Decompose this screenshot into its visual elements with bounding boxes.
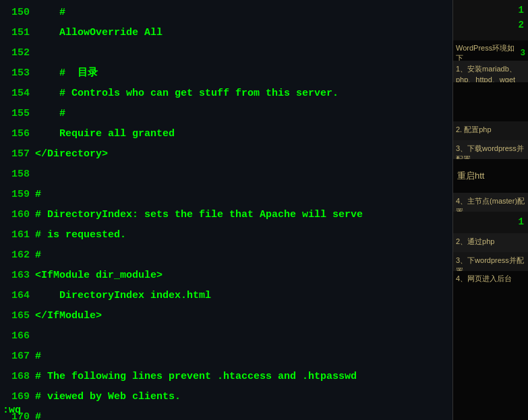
- line-content: #: [35, 185, 41, 205]
- sidebar-panel-11: 3、下wordpress并配置: [452, 252, 528, 271]
- line-content: #: [35, 104, 65, 124]
- line-165: 165 </IfModule>: [0, 306, 452, 326]
- line-163: 163 <IfModule dir_module>: [0, 266, 452, 286]
- restart-httpd-text: 重启htt: [457, 170, 484, 182]
- master-config-text: 4、主节点(master)配置: [456, 197, 525, 212]
- line-content: <IfModule dir_module>: [35, 266, 163, 286]
- line-content: # 目录: [35, 63, 98, 84]
- sidebar-panel-10: 2、通过php: [452, 233, 528, 252]
- line-152: 152: [0, 43, 452, 63]
- line-number: 160: [0, 205, 35, 225]
- config-php-text: 2. 配置php: [456, 125, 492, 133]
- line-number: 164: [0, 286, 35, 306]
- line-number: 161: [0, 225, 35, 245]
- editor-container: 150 # 151 AllowOverride All 152 153 # 目录…: [0, 0, 528, 420]
- panel-numbers-2: 1: [453, 212, 528, 232]
- admin-panel-text: 4、网页进入后台: [456, 274, 512, 284]
- line-content: #: [35, 347, 41, 367]
- sidebar-num-1: 1: [519, 3, 524, 18]
- sidebar-num-3: 3: [521, 49, 525, 58]
- code-area: 150 # 151 AllowOverride All 152 153 # 目录…: [0, 0, 452, 420]
- line-166: 166: [0, 326, 452, 347]
- line-156: 156 Require all granted: [0, 124, 452, 144]
- panel-numbers-1: 1 2: [453, 0, 528, 36]
- line-number: 154: [0, 84, 35, 104]
- line-number: 166: [0, 326, 35, 347]
- line-161: 161 # is requested.: [0, 225, 452, 245]
- download-wordpress-2-text: 3、下wordpress并配置: [456, 256, 524, 271]
- line-154: 154 # Controls who can get stuff from th…: [0, 84, 452, 104]
- sidebar-panel-9: 1: [452, 212, 528, 233]
- sidebar-panel-4: [452, 82, 528, 121]
- line-number: 151: [0, 23, 35, 43]
- line-content: </IfModule>: [35, 306, 102, 326]
- sidebar-panel-8: 4、主节点(master)配置: [452, 193, 528, 212]
- line-number: 159: [0, 185, 35, 205]
- line-content: # Controls who can get stuff from this s…: [35, 84, 339, 104]
- line-158: 158: [0, 164, 452, 185]
- line-number: 165: [0, 306, 35, 326]
- line-content: </Directory>: [35, 144, 108, 164]
- install-list-text: 1、安装mariadb、php、httpd、wget: [456, 65, 517, 82]
- line-content: #: [35, 245, 41, 266]
- line-number: 150: [0, 3, 35, 23]
- line-167: 167 #: [0, 347, 452, 367]
- line-number: 167: [0, 347, 35, 367]
- sidebar-num-2: 2: [519, 18, 524, 32]
- php-config-2-text: 2、通过php: [456, 237, 494, 245]
- line-content: # The following lines prevent .htaccess …: [35, 367, 357, 387]
- line-number: 157: [0, 144, 35, 164]
- line-content: # DirectoryIndex: sets the file that Apa…: [35, 205, 363, 225]
- line-168: 168 # The following lines prevent .htacc…: [0, 367, 452, 387]
- line-153: 153 # 目录: [0, 63, 452, 84]
- sidebar-panel-2: WordPress环境如下 3: [452, 40, 528, 61]
- vim-command: :wq: [3, 404, 21, 416]
- line-150: 150 #: [0, 3, 452, 23]
- line-164: 164 DirectoryIndex index.html: [0, 286, 452, 306]
- right-sidebar: 1 2 WordPress环境如下 3 1、安装mariadb、php、http…: [452, 0, 528, 420]
- sidebar-num-4: 1: [519, 214, 524, 229]
- line-number: 155: [0, 104, 35, 124]
- line-number: 156: [0, 124, 35, 144]
- sidebar-panel-6: 3、下载wordpress并配置: [452, 140, 528, 159]
- line-157: 157 </Directory>: [0, 144, 452, 164]
- line-159: 159 #: [0, 185, 452, 205]
- wordpress-env-text: WordPress环境如下: [456, 43, 521, 61]
- sidebar-panel-1: 1 2: [452, 0, 528, 40]
- line-160: 160 # DirectoryIndex: sets the file that…: [0, 205, 452, 225]
- line-155: 155 #: [0, 104, 452, 124]
- sidebar-panel-3: 1、安装mariadb、php、httpd、wget: [452, 61, 528, 82]
- sidebar-panel-7: 重启htt: [452, 159, 528, 193]
- sidebar-panel-5: 2. 配置php: [452, 121, 528, 140]
- line-number: 158: [0, 164, 35, 185]
- command-bar: :wq: [0, 400, 452, 420]
- line-content: # is requested.: [35, 225, 126, 245]
- line-content: Require all granted: [35, 124, 175, 144]
- line-162: 162 #: [0, 245, 452, 266]
- download-wordpress-text: 3、下载wordpress并配置: [456, 144, 524, 159]
- line-number: 162: [0, 245, 35, 266]
- line-number: 168: [0, 367, 35, 387]
- line-content: AllowOverride All: [35, 23, 163, 43]
- sidebar-panel-12: 4、网页进入后台: [452, 271, 528, 420]
- line-content: DirectoryIndex index.html: [35, 286, 211, 306]
- line-number: 163: [0, 266, 35, 286]
- line-151: 151 AllowOverride All: [0, 23, 452, 43]
- line-content: #: [35, 3, 65, 23]
- line-number: 153: [0, 63, 35, 84]
- line-number: 152: [0, 43, 35, 63]
